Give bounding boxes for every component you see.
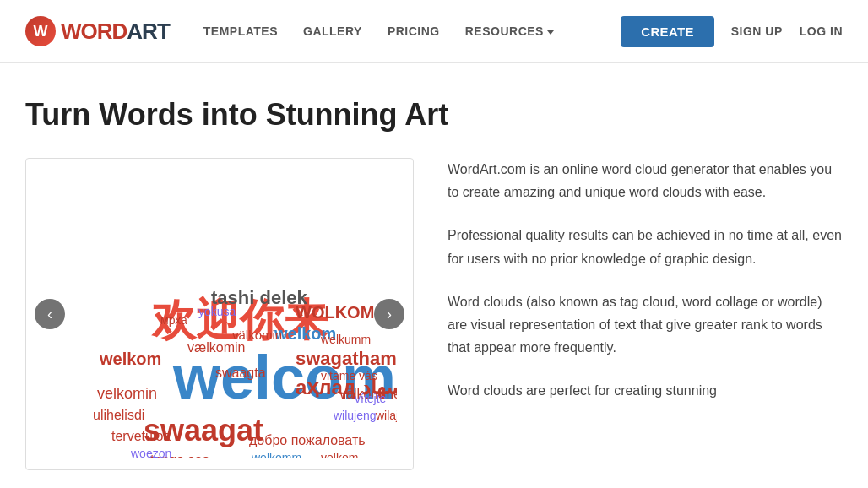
wordcloud-display: welcome欢迎你来swaagatswagathamwelkomаҳлад و…	[42, 171, 397, 458]
nav-resources[interactable]: RESOURCES	[465, 24, 554, 38]
svg-text:ulihelisdi: ulihelisdi	[93, 408, 144, 422]
create-button[interactable]: CREATE	[621, 16, 713, 47]
navbar: W WORDART TEMPLATES GALLERY PRICING RESO…	[0, 0, 868, 63]
nav-gallery[interactable]: GALLERY	[303, 24, 362, 38]
svg-text:WOLKOM: WOLKOM	[296, 303, 374, 322]
svg-text:vítejte: vítejte	[355, 392, 387, 405]
logo[interactable]: W WORDART	[25, 16, 170, 46]
main-content: Turn Words into Stunning Art ‹ welcome欢迎…	[0, 63, 868, 488]
wordcloud-svg: welcome欢迎你来swaagatswagathamwelkomаҳлад و…	[42, 171, 397, 458]
nav-templates[interactable]: TEMPLATES	[203, 24, 278, 38]
svg-text:welkomm: welkomm	[251, 451, 301, 458]
svg-text:wilujeng: wilujeng	[333, 409, 377, 422]
description-para-1: WordArt.com is an online word cloud gene…	[448, 158, 843, 203]
description-para-4: Word clouds are perfect for creating stu…	[448, 379, 843, 402]
svg-text:swaagta: swaagta	[215, 366, 266, 380]
nav-pricing[interactable]: PRICING	[388, 24, 440, 38]
nav-resources-label: RESOURCES	[465, 24, 544, 38]
page-title: Turn Words into Stunning Art	[25, 97, 843, 133]
svg-text:vælkomin: vælkomin	[187, 340, 245, 355]
content-row: ‹ welcome欢迎你来swaagatswagathamwelkomаҳлад…	[25, 158, 843, 470]
svg-text:swagatham: swagatham	[296, 348, 397, 369]
logo-word: WORD	[61, 19, 127, 44]
carousel-next-button[interactable]: ›	[374, 299, 404, 329]
login-link[interactable]: LOG IN	[800, 24, 843, 38]
carousel-prev-button[interactable]: ‹	[35, 299, 65, 329]
description-para-3: Word clouds (also known as tag cloud, wo…	[448, 290, 843, 360]
logo-art: ART	[127, 19, 169, 44]
svg-text:yokusa: yokusa	[198, 305, 236, 318]
nav-links: TEMPLATES GALLERY PRICING RESOURCES	[203, 24, 621, 38]
svg-text:velkom: velkom	[321, 451, 358, 458]
svg-text:добро пожаловать: добро пожаловать	[249, 433, 366, 447]
description-text: WordArt.com is an online word cloud gene…	[448, 158, 843, 403]
logo-icon: W	[25, 16, 56, 46]
nav-right: CREATE SIGN UP LOG IN	[621, 16, 843, 47]
svg-text:мрха: мрха	[160, 313, 187, 327]
description-para-2: Professional quality results can be achi…	[448, 224, 843, 269]
signup-link[interactable]: SIGN UP	[731, 24, 783, 38]
svg-text:welkom: welkom	[99, 350, 161, 368]
svg-text:woezon: woezon	[130, 447, 171, 458]
resources-chevron-down-icon	[547, 30, 554, 35]
svg-text:welkumm: welkumm	[320, 333, 371, 346]
svg-text:tervetuloa: tervetuloa	[111, 429, 171, 443]
logo-text: WORDART	[61, 20, 170, 42]
svg-text:velkomin: velkomin	[97, 385, 157, 402]
svg-text:vitame vás: vitame vás	[321, 369, 377, 382]
word-cloud-carousel: ‹ welcome欢迎你来swaagatswagathamwelkomаҳлад…	[25, 158, 414, 470]
svg-text:wilaj: wilaj	[375, 409, 397, 422]
